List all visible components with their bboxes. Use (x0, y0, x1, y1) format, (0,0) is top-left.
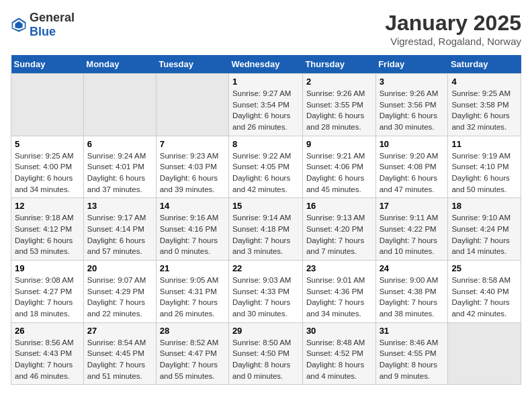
day-detail: Sunrise: 8:46 AMSunset: 4:55 PMDaylight:… (380, 337, 445, 382)
day-detail: Sunrise: 9:25 AMSunset: 4:00 PMDaylight:… (15, 150, 80, 195)
day-number: 31 (380, 326, 445, 336)
day-header-sunday: Sunday (11, 55, 84, 74)
day-number: 3 (380, 77, 445, 87)
calendar-cell: 25Sunrise: 8:58 AMSunset: 4:40 PMDayligh… (448, 261, 521, 323)
calendar-cell: 22Sunrise: 9:03 AMSunset: 4:33 PMDayligh… (228, 261, 302, 323)
day-number: 9 (306, 139, 372, 149)
week-row-5: 26Sunrise: 8:56 AMSunset: 4:43 PMDayligh… (11, 322, 521, 385)
day-detail: Sunrise: 9:23 AMSunset: 4:03 PMDaylight:… (160, 150, 225, 195)
day-header-friday: Friday (375, 55, 448, 74)
calendar-cell: 11Sunrise: 9:19 AMSunset: 4:10 PMDayligh… (448, 136, 521, 198)
logo-icon (11, 17, 27, 33)
week-row-2: 5Sunrise: 9:25 AMSunset: 4:00 PMDaylight… (11, 136, 521, 198)
day-number: 23 (306, 263, 372, 273)
calendar-cell: 3Sunrise: 9:26 AMSunset: 3:56 PMDaylight… (375, 74, 448, 136)
day-detail: Sunrise: 9:03 AMSunset: 4:33 PMDaylight:… (232, 275, 299, 320)
calendar-cell: 9Sunrise: 9:21 AMSunset: 4:06 PMDaylight… (302, 136, 375, 198)
day-number: 12 (15, 201, 80, 211)
day-detail: Sunrise: 8:56 AMSunset: 4:43 PMDaylight:… (15, 337, 80, 382)
page-header: General Blue January 2025 Vigrestad, Rog… (11, 11, 521, 47)
day-detail: Sunrise: 9:21 AMSunset: 4:06 PMDaylight:… (306, 150, 372, 195)
logo-blue: Blue (30, 25, 56, 38)
day-number: 17 (380, 201, 445, 211)
calendar-cell: 1Sunrise: 9:27 AMSunset: 3:54 PMDaylight… (228, 74, 302, 136)
calendar-table: SundayMondayTuesdayWednesdayThursdayFrid… (11, 55, 521, 385)
day-number: 16 (306, 201, 372, 211)
calendar-header-row: SundayMondayTuesdayWednesdayThursdayFrid… (11, 55, 521, 74)
day-detail: Sunrise: 8:52 AMSunset: 4:47 PMDaylight:… (160, 337, 225, 382)
day-detail: Sunrise: 9:10 AMSunset: 4:24 PMDaylight:… (451, 212, 517, 257)
day-number: 26 (15, 326, 80, 336)
calendar-cell: 23Sunrise: 9:01 AMSunset: 4:36 PMDayligh… (302, 261, 375, 323)
day-header-saturday: Saturday (448, 55, 521, 74)
calendar-cell: 17Sunrise: 9:11 AMSunset: 4:22 PMDayligh… (375, 198, 448, 261)
calendar-cell: 4Sunrise: 9:25 AMSunset: 3:58 PMDaylight… (448, 74, 521, 136)
calendar-cell: 24Sunrise: 9:00 AMSunset: 4:38 PMDayligh… (375, 261, 448, 323)
day-detail: Sunrise: 9:00 AMSunset: 4:38 PMDaylight:… (380, 275, 445, 320)
day-number: 19 (15, 263, 80, 273)
day-number: 28 (160, 326, 225, 336)
day-detail: Sunrise: 8:50 AMSunset: 4:50 PMDaylight:… (232, 337, 299, 382)
day-header-thursday: Thursday (302, 55, 375, 74)
main-title: January 2025 (385, 11, 521, 36)
calendar-cell: 5Sunrise: 9:25 AMSunset: 4:00 PMDaylight… (11, 136, 84, 198)
day-detail: Sunrise: 9:01 AMSunset: 4:36 PMDaylight:… (306, 275, 372, 320)
calendar-cell: 28Sunrise: 8:52 AMSunset: 4:47 PMDayligh… (156, 322, 228, 385)
day-number: 22 (232, 263, 299, 273)
day-number: 25 (451, 263, 517, 273)
calendar-cell: 18Sunrise: 9:10 AMSunset: 4:24 PMDayligh… (448, 198, 521, 261)
day-detail: Sunrise: 9:16 AMSunset: 4:16 PMDaylight:… (160, 212, 225, 257)
calendar-cell: 30Sunrise: 8:48 AMSunset: 4:52 PMDayligh… (302, 322, 375, 385)
title-block: January 2025 Vigrestad, Rogaland, Norway (385, 11, 521, 47)
calendar-cell: 2Sunrise: 9:26 AMSunset: 3:55 PMDaylight… (302, 74, 375, 136)
day-number: 14 (160, 201, 225, 211)
day-number: 27 (87, 326, 152, 336)
calendar-cell (83, 74, 156, 136)
calendar-cell: 21Sunrise: 9:05 AMSunset: 4:31 PMDayligh… (156, 261, 228, 323)
calendar-cell: 13Sunrise: 9:17 AMSunset: 4:14 PMDayligh… (83, 198, 156, 261)
day-number: 1 (232, 77, 299, 87)
calendar-cell (11, 74, 84, 136)
calendar-cell: 31Sunrise: 8:46 AMSunset: 4:55 PMDayligh… (375, 322, 448, 385)
day-detail: Sunrise: 9:22 AMSunset: 4:05 PMDaylight:… (232, 150, 299, 195)
day-detail: Sunrise: 9:24 AMSunset: 4:01 PMDaylight:… (87, 150, 152, 195)
day-header-monday: Monday (83, 55, 156, 74)
week-row-1: 1Sunrise: 9:27 AMSunset: 3:54 PMDaylight… (11, 74, 521, 136)
day-number: 20 (87, 263, 152, 273)
day-detail: Sunrise: 9:17 AMSunset: 4:14 PMDaylight:… (87, 212, 152, 257)
calendar-cell: 16Sunrise: 9:13 AMSunset: 4:20 PMDayligh… (302, 198, 375, 261)
day-number: 21 (160, 263, 225, 273)
calendar-cell: 15Sunrise: 9:14 AMSunset: 4:18 PMDayligh… (228, 198, 302, 261)
logo: General Blue (11, 11, 75, 39)
day-number: 24 (380, 263, 445, 273)
day-detail: Sunrise: 9:18 AMSunset: 4:12 PMDaylight:… (15, 212, 80, 257)
logo-general: General (30, 11, 75, 24)
calendar-cell: 10Sunrise: 9:20 AMSunset: 4:08 PMDayligh… (375, 136, 448, 198)
week-row-3: 12Sunrise: 9:18 AMSunset: 4:12 PMDayligh… (11, 198, 521, 261)
day-detail: Sunrise: 9:25 AMSunset: 3:58 PMDaylight:… (451, 88, 517, 133)
day-detail: Sunrise: 9:27 AMSunset: 3:54 PMDaylight:… (232, 88, 299, 133)
calendar-cell: 26Sunrise: 8:56 AMSunset: 4:43 PMDayligh… (11, 322, 84, 385)
day-detail: Sunrise: 8:58 AMSunset: 4:40 PMDaylight:… (451, 275, 517, 320)
day-number: 29 (232, 326, 299, 336)
calendar-cell: 19Sunrise: 9:08 AMSunset: 4:27 PMDayligh… (11, 261, 84, 323)
day-detail: Sunrise: 9:08 AMSunset: 4:27 PMDaylight:… (15, 275, 80, 320)
day-number: 7 (160, 139, 225, 149)
day-detail: Sunrise: 9:05 AMSunset: 4:31 PMDaylight:… (160, 275, 225, 320)
day-number: 10 (380, 139, 445, 149)
week-row-4: 19Sunrise: 9:08 AMSunset: 4:27 PMDayligh… (11, 261, 521, 323)
day-detail: Sunrise: 9:19 AMSunset: 4:10 PMDaylight:… (451, 150, 517, 195)
day-number: 8 (232, 139, 299, 149)
calendar-cell: 20Sunrise: 9:07 AMSunset: 4:29 PMDayligh… (83, 261, 156, 323)
day-number: 15 (232, 201, 299, 211)
day-number: 2 (306, 77, 372, 87)
day-number: 5 (15, 139, 80, 149)
calendar-cell (448, 322, 521, 385)
day-detail: Sunrise: 9:20 AMSunset: 4:08 PMDaylight:… (380, 150, 445, 195)
calendar-cell: 8Sunrise: 9:22 AMSunset: 4:05 PMDaylight… (228, 136, 302, 198)
calendar-cell: 6Sunrise: 9:24 AMSunset: 4:01 PMDaylight… (83, 136, 156, 198)
subtitle: Vigrestad, Rogaland, Norway (385, 36, 521, 47)
calendar-cell: 29Sunrise: 8:50 AMSunset: 4:50 PMDayligh… (228, 322, 302, 385)
day-detail: Sunrise: 9:11 AMSunset: 4:22 PMDaylight:… (380, 212, 445, 257)
day-number: 11 (451, 139, 517, 149)
